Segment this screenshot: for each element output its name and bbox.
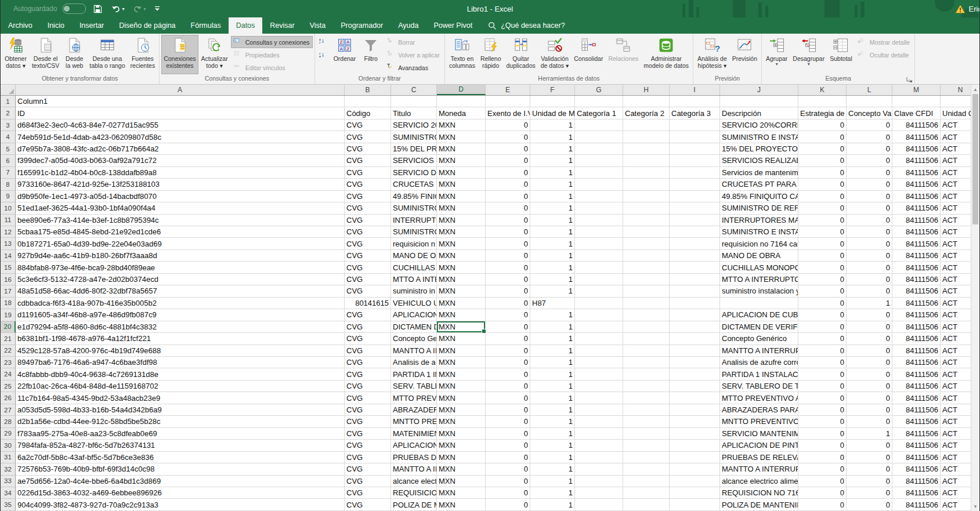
col-header-D[interactable]: D — [437, 85, 486, 95]
cell[interactable]: SERVICIOS REALIZADOS — [720, 155, 798, 166]
cell[interactable]: 0 — [798, 440, 847, 451]
cell[interactable]: 0 — [798, 452, 847, 463]
cell[interactable] — [720, 298, 798, 309]
cell[interactable] — [670, 238, 720, 249]
cell[interactable] — [575, 215, 623, 226]
cell[interactable] — [798, 96, 847, 107]
cell[interactable] — [575, 452, 623, 463]
cell[interactable]: suministro instalacion y — [720, 285, 798, 297]
cell[interactable] — [670, 321, 720, 333]
cell[interactable]: CVG — [345, 440, 391, 451]
cell[interactable]: SUMINISTRO DE REFACC — [720, 202, 798, 214]
cell[interactable]: 0 — [798, 476, 847, 487]
cell[interactable]: 0 — [847, 250, 892, 262]
col-header-A[interactable]: A — [16, 85, 345, 95]
cell[interactable]: 0 — [798, 226, 847, 238]
cell[interactable]: e1d79294-a5f8-4860-8d6c-4881bf4c3832 — [16, 321, 345, 333]
cell[interactable]: 1 — [530, 155, 575, 166]
ordenar-button[interactable]: ZAAZOrdenar — [331, 35, 359, 74]
cell[interactable]: H87 — [530, 298, 575, 309]
cell[interactable]: CUCHILLAS MONOPOLA — [720, 262, 798, 273]
cell[interactable]: 0 — [798, 380, 847, 392]
volver-a-aplicar-button[interactable]: Volver a aplicar — [384, 49, 443, 61]
cell[interactable]: CVG — [345, 202, 391, 214]
cell[interactable]: CVG — [345, 167, 391, 179]
row-header-16[interactable]: 16 — [1, 274, 16, 285]
row-header-12[interactable]: 12 — [1, 226, 16, 238]
cell[interactable]: CRUCETAS PT PARA POS — [720, 179, 798, 190]
cell[interactable] — [575, 357, 623, 368]
cell[interactable]: 1 — [530, 428, 575, 440]
cell[interactable]: 0 — [486, 167, 530, 179]
cell[interactable]: 0 — [847, 487, 892, 499]
cell[interactable]: requisicion no 7164 can — [720, 238, 798, 249]
cell[interactable]: a053d5d5-598d-4b33-b16b-54a4d342b6a9 — [16, 404, 345, 416]
cell[interactable]: 15% DEL PRO — [391, 143, 437, 155]
cell[interactable] — [623, 119, 670, 131]
cell[interactable]: SUMINISTRO E — [391, 131, 437, 143]
cell[interactable]: 0 — [486, 202, 530, 214]
cell[interactable] — [575, 404, 623, 416]
col-header-C[interactable]: C — [391, 85, 437, 95]
cell[interactable] — [670, 345, 720, 357]
row-header-10[interactable]: 10 — [1, 202, 16, 214]
cell[interactable]: 0 — [847, 380, 892, 392]
row-header-4[interactable]: 4 — [1, 131, 16, 143]
cell[interactable]: MXN — [437, 440, 486, 451]
cell[interactable]: 0 — [798, 345, 847, 357]
cell[interactable] — [575, 476, 623, 487]
cell[interactable]: 1 — [530, 179, 575, 190]
cell[interactable]: 0 — [847, 440, 892, 451]
row-header-24[interactable]: 24 — [1, 368, 16, 380]
cell[interactable] — [575, 416, 623, 427]
cell[interactable]: 0 — [486, 345, 530, 357]
cell[interactable]: CVG — [345, 357, 391, 368]
cell[interactable]: Servicios de mantenim — [720, 167, 798, 179]
cell[interactable] — [623, 309, 670, 321]
cell[interactable] — [623, 463, 670, 475]
cell[interactable]: ID — [16, 107, 345, 119]
cell[interactable]: INTERRUPTORES MARCA — [720, 215, 798, 226]
quitar-duplicados-button[interactable]: Quitar duplicados — [504, 35, 538, 74]
cell[interactable] — [575, 333, 623, 345]
cell[interactable] — [575, 345, 623, 357]
borrar-button[interactable]: Borrar — [384, 36, 443, 48]
cell[interactable] — [575, 238, 623, 249]
cell[interactable]: requisicion n — [391, 238, 437, 249]
cell[interactable]: CVG — [345, 155, 391, 166]
row-header-34[interactable]: 34 — [1, 487, 16, 499]
cell[interactable] — [345, 96, 391, 107]
cell[interactable]: 0 — [486, 321, 530, 333]
cell[interactable]: 84111506 — [892, 131, 941, 143]
cell[interactable] — [575, 368, 623, 380]
cell[interactable]: 84111506 — [892, 155, 941, 166]
cell[interactable]: 0 — [486, 155, 530, 166]
cell[interactable]: MXN — [437, 463, 486, 475]
cell[interactable] — [670, 262, 720, 273]
cell[interactable]: SERVICIO MANTENIMIE — [720, 428, 798, 440]
cell[interactable]: 22fb10ac-26ca-46b4-848d-4e1159168702 — [16, 380, 345, 392]
cell[interactable]: MANO DE OB — [391, 250, 437, 262]
cell[interactable] — [670, 155, 720, 166]
cell[interactable] — [670, 499, 720, 510]
cell[interactable]: SERVICIO 20%CORRESP — [720, 119, 798, 131]
tab-insertar[interactable]: Insertar — [72, 17, 111, 34]
cell[interactable]: 1 — [530, 440, 575, 451]
cell[interactable]: Código — [345, 107, 391, 119]
cell[interactable]: MXN — [437, 238, 486, 249]
desagrupar-button[interactable]: Desagrupar▾ — [790, 35, 827, 74]
cell[interactable] — [670, 416, 720, 427]
cell[interactable]: 84111506 — [892, 298, 941, 309]
cell[interactable] — [670, 309, 720, 321]
cell[interactable]: 0 — [798, 404, 847, 416]
cell[interactable]: CVG — [345, 368, 391, 380]
cell[interactable]: MANTTO A INTERRUPTO — [720, 345, 798, 357]
cell[interactable]: 0 — [847, 476, 892, 487]
cell[interactable]: DICTAMEN D — [391, 321, 437, 333]
cell[interactable]: d7e95b7a-3808-43fc-ad2c-06b717b664a2 — [16, 143, 345, 155]
cell[interactable]: 0 — [486, 357, 530, 368]
cell[interactable]: 0 — [847, 285, 892, 297]
cell[interactable]: MANO DE OBRA — [720, 250, 798, 262]
cell[interactable]: 0 — [486, 143, 530, 155]
cell[interactable] — [530, 96, 575, 107]
